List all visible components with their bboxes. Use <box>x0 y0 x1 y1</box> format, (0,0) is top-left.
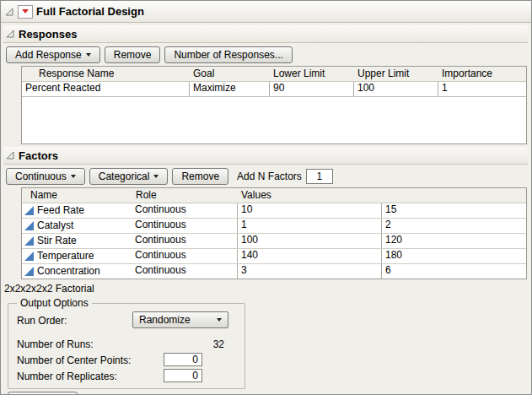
chevron-down-icon <box>86 53 91 57</box>
run-order-select[interactable]: Randomize <box>132 311 228 328</box>
factor-row: Stir Rate Continuous 100 120 <box>22 234 526 249</box>
factor-name: Feed Rate <box>37 205 84 216</box>
full-factorial-design-window: Full Factorial Design Responses Add Resp… <box>0 0 532 395</box>
run-order-value: Randomize <box>139 314 191 326</box>
column-header-name: Name <box>22 188 132 203</box>
factor-role-cell[interactable]: Continuous <box>132 249 237 263</box>
factor-name: Stir Rate <box>37 235 77 246</box>
response-name-cell[interactable]: Percent Reacted <box>22 82 189 96</box>
column-header-response-name: Response Name <box>22 67 189 81</box>
add-n-factors-label: Add N Factors <box>237 170 302 182</box>
factor-role-cell[interactable]: Continuous <box>132 203 237 218</box>
design-summary-label: 2x2x2x2x2 Factorial <box>4 283 531 295</box>
responses-table: Response Name Goal Lower Limit Upper Lim… <box>21 66 527 144</box>
center-points-row: Number of Center Points: <box>15 353 238 367</box>
add-response-label: Add Response <box>15 49 82 61</box>
factor-low-value-cell[interactable]: 10 <box>237 203 381 218</box>
factor-high-value-cell[interactable]: 6 <box>381 264 524 279</box>
title-bar: Full Factorial Design <box>1 1 531 23</box>
continuous-factor-icon <box>24 236 34 246</box>
responses-table-empty-area <box>22 97 526 143</box>
output-options-group: Output Options Run Order: Randomize Numb… <box>8 297 245 389</box>
remove-factor-label: Remove <box>181 170 219 182</box>
factor-name: Concentration <box>37 266 100 277</box>
responses-toolbar: Add Response Remove Number of Responses.… <box>1 43 531 63</box>
response-row: Percent Reacted Maximize 90 100 1 <box>22 82 526 97</box>
factor-name-cell[interactable]: Temperature <box>22 249 132 263</box>
chevron-down-icon <box>71 175 76 178</box>
factor-name: Temperature <box>37 251 94 262</box>
continuous-factor-icon <box>24 206 34 215</box>
factors-section-title: Factors <box>19 149 58 162</box>
factor-row: Feed Rate Continuous 10 15 <box>22 203 526 219</box>
response-importance-cell[interactable]: 1 <box>438 82 524 96</box>
response-goal-cell[interactable]: Maximize <box>189 82 269 96</box>
run-order-label: Run Order: <box>17 315 67 327</box>
factors-toolbar: Continuous Categorical Remove Add N Fact… <box>1 165 531 185</box>
disclosure-triangle-icon[interactable] <box>4 7 14 17</box>
center-points-input[interactable] <box>164 353 202 366</box>
factor-high-value-cell[interactable]: 120 <box>381 234 524 248</box>
red-triangle-menu-button[interactable] <box>18 5 33 19</box>
response-lower-limit-cell[interactable]: 90 <box>269 82 353 96</box>
factor-high-value-cell[interactable]: 180 <box>381 249 524 263</box>
factor-low-value-cell[interactable]: 140 <box>237 249 381 263</box>
factor-role-cell[interactable]: Continuous <box>132 219 237 233</box>
factor-row: Temperature Continuous 140 180 <box>22 249 526 264</box>
chevron-down-icon <box>217 318 222 322</box>
column-header-importance: Importance <box>438 67 524 81</box>
factor-name-cell[interactable]: Catalyst <box>22 219 132 233</box>
factor-high-value-cell[interactable]: 2 <box>381 219 524 233</box>
factor-name: Catalyst <box>37 220 73 231</box>
factor-name-cell[interactable]: Concentration <box>22 264 132 279</box>
add-n-factors-input[interactable] <box>306 169 333 184</box>
categorical-button[interactable]: Categorical <box>89 168 169 185</box>
response-upper-limit-cell[interactable]: 100 <box>353 82 438 96</box>
add-response-button[interactable]: Add Response <box>6 46 100 63</box>
continuous-label: Continuous <box>15 170 67 182</box>
remove-factor-button[interactable]: Remove <box>172 168 228 185</box>
center-points-label: Number of Center Points: <box>17 354 131 366</box>
factor-low-value-cell[interactable]: 1 <box>237 219 381 233</box>
number-of-runs-row: Number of Runs: 32 <box>15 337 238 351</box>
remove-response-button[interactable]: Remove <box>105 46 161 63</box>
factor-name-cell[interactable]: Stir Rate <box>22 234 132 248</box>
responses-section-title: Responses <box>19 28 77 41</box>
chevron-down-icon <box>153 175 159 178</box>
make-table-row: Make Table <box>8 392 531 395</box>
factor-role-cell[interactable]: Continuous <box>132 234 237 248</box>
factor-name-cell[interactable]: Feed Rate <box>22 203 132 218</box>
red-triangle-icon <box>22 9 29 14</box>
column-header-role: Role <box>132 188 237 203</box>
replicates-input[interactable] <box>164 369 202 382</box>
remove-response-label: Remove <box>114 49 152 61</box>
output-options-legend: Output Options <box>17 297 92 309</box>
disclosure-triangle-icon[interactable] <box>5 29 15 39</box>
factor-row: Catalyst Continuous 1 2 <box>22 219 526 234</box>
categorical-label: Categorical <box>99 170 150 182</box>
column-header-upper-limit: Upper Limit <box>353 67 438 81</box>
continuous-button[interactable]: Continuous <box>6 168 85 185</box>
factor-row: Concentration Continuous 3 6 <box>22 264 526 279</box>
number-of-runs-value: 32 <box>164 338 224 350</box>
replicates-label: Number of Replicates: <box>17 371 117 382</box>
disclosure-triangle-icon[interactable] <box>5 150 15 160</box>
continuous-factor-icon <box>24 252 34 261</box>
factor-role-cell[interactable]: Continuous <box>132 264 237 279</box>
factors-table: Name Role Values Feed Rate Continuous 10… <box>21 187 527 279</box>
column-header-lower-limit: Lower Limit <box>269 67 353 81</box>
factor-low-value-cell[interactable]: 100 <box>237 234 381 248</box>
number-of-responses-button[interactable]: Number of Responses... <box>164 46 292 63</box>
page-title: Full Factorial Design <box>36 5 144 18</box>
column-header-values: Values <box>237 188 524 203</box>
number-of-responses-label: Number of Responses... <box>174 49 282 61</box>
number-of-runs-label: Number of Runs: <box>17 338 94 350</box>
replicates-row: Number of Replicates: <box>15 369 238 383</box>
factors-table-header: Name Role Values <box>22 188 526 203</box>
run-order-row: Run Order: Randomize <box>15 311 238 329</box>
continuous-factor-icon <box>24 267 34 276</box>
responses-section-header: Responses <box>3 25 528 43</box>
make-table-button[interactable]: Make Table <box>8 392 78 395</box>
factor-high-value-cell[interactable]: 15 <box>381 203 524 218</box>
factor-low-value-cell[interactable]: 3 <box>237 264 381 279</box>
